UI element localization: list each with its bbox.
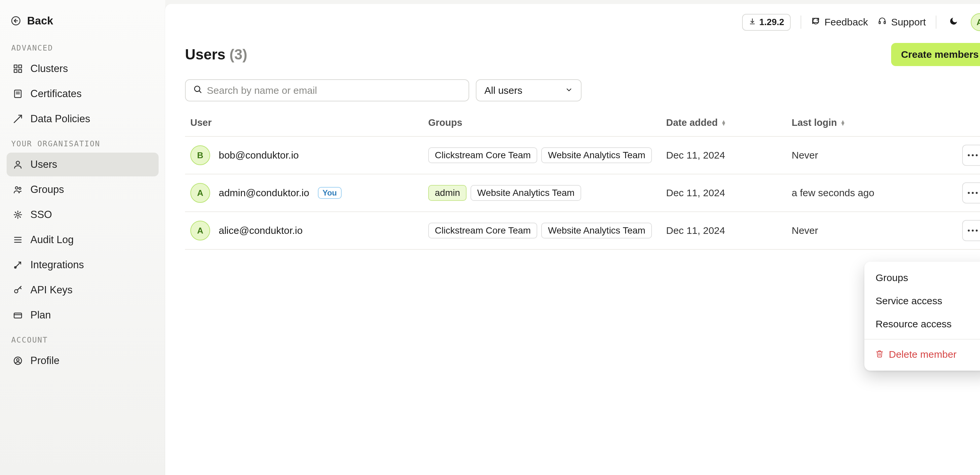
sidebar-item-datapolicies[interactable]: Data Policies [6, 107, 159, 131]
menu-item-groups[interactable]: Groups [864, 266, 980, 289]
sidebar-item-integrations[interactable]: Integrations [6, 253, 159, 277]
svg-rect-18 [14, 313, 22, 318]
svg-rect-24 [884, 21, 885, 24]
user-email: alice@conduktor.io [219, 225, 303, 236]
avatar-initial: A [197, 188, 204, 198]
col-user: User [190, 117, 428, 128]
back-button[interactable]: Back [6, 12, 159, 35]
col-actions [943, 117, 980, 128]
page-user-count: (3) [230, 46, 248, 62]
menu-separator [864, 339, 980, 340]
dots-icon [968, 154, 970, 156]
data-policies-icon [13, 114, 23, 124]
trash-icon [876, 349, 883, 360]
user-icon [13, 159, 23, 170]
back-arrow-icon [11, 16, 21, 26]
svg-rect-5 [19, 70, 22, 73]
col-date-added[interactable]: Date added ▲▼ [666, 117, 792, 128]
section-label-account: ACCOUNT [6, 328, 159, 348]
svg-rect-3 [19, 65, 22, 68]
menu-item-delete-member[interactable]: Delete member [864, 343, 980, 366]
page-title-text: Users [185, 46, 225, 62]
sidebar-item-label: Groups [30, 184, 64, 195]
sidebar-item-groups[interactable]: Groups [6, 178, 159, 202]
sidebar-item-auditlog[interactable]: Audit Log [6, 228, 159, 252]
table-row: A admin@conduktor.io You admin Website A… [185, 175, 980, 212]
col-last-login[interactable]: Last login ▲▼ [792, 117, 943, 128]
svg-line-26 [199, 91, 201, 92]
search-input-wrap[interactable] [185, 79, 469, 102]
you-badge: You [318, 187, 342, 199]
user-cell: A alice@conduktor.io [190, 221, 428, 240]
sidebar-item-users[interactable]: Users [6, 153, 159, 176]
clusters-icon [13, 64, 23, 74]
support-link[interactable]: Support [878, 16, 926, 28]
version-button[interactable]: 1.29.2 [742, 14, 791, 31]
support-label: Support [891, 16, 926, 28]
row-actions-button[interactable] [962, 182, 980, 203]
svg-rect-2 [14, 65, 17, 68]
svg-rect-23 [879, 21, 880, 24]
page-header: Users (3) Create members [165, 35, 980, 79]
sidebar-item-certificates[interactable]: Certificates [6, 82, 159, 106]
sidebar-item-profile[interactable]: Profile [6, 349, 159, 373]
last-login-cell: Never [792, 149, 943, 161]
avatar-initial: A [197, 226, 204, 236]
menu-item-service-access[interactable]: Service access [864, 289, 980, 313]
sidebar-item-label: Profile [30, 355, 59, 367]
download-icon [749, 17, 756, 27]
user-filter-select[interactable]: All users [476, 79, 582, 102]
plan-icon [13, 310, 23, 321]
sort-icon: ▲▼ [721, 120, 726, 126]
sidebar-item-apikeys[interactable]: API Keys [6, 278, 159, 302]
row-context-menu: Groups Service access Resource access De… [864, 262, 980, 371]
sidebar-item-label: Plan [30, 309, 51, 321]
group-tag: Website Analytics Team [471, 185, 581, 201]
group-tag: Website Analytics Team [541, 147, 652, 163]
sidebar-item-label: Audit Log [30, 234, 74, 246]
apikeys-icon [13, 285, 23, 295]
avatar-initial: B [197, 150, 204, 160]
search-icon [193, 84, 202, 96]
dots-icon [968, 192, 970, 194]
feedback-link[interactable]: Feedback [811, 16, 868, 28]
users-table: User Groups Date added ▲▼ Last login ▲▼ … [165, 111, 980, 250]
create-members-button[interactable]: Create members [891, 43, 980, 66]
sidebar-item-sso[interactable]: SSO [6, 203, 159, 227]
sidebar-item-label: Data Policies [30, 113, 90, 125]
chevron-down-icon [565, 85, 573, 96]
moon-icon [949, 16, 958, 28]
group-tag: Clickstream Core Team [428, 147, 537, 163]
user-cell: B bob@conduktor.io [190, 145, 428, 165]
sidebar-item-plan[interactable]: Plan [6, 303, 159, 327]
select-value: All users [484, 85, 522, 96]
group-tag: Clickstream Core Team [428, 222, 537, 238]
theme-toggle[interactable] [946, 15, 961, 29]
sso-icon [13, 210, 23, 220]
main-panel: 1.29.2 Feedback Support A Users [165, 4, 980, 475]
topbar: 1.29.2 Feedback Support A [165, 4, 980, 35]
profile-icon [13, 356, 23, 366]
sort-icon: ▲▼ [840, 120, 846, 126]
feedback-label: Feedback [824, 16, 868, 28]
page-title: Users (3) [185, 46, 247, 63]
support-icon [878, 16, 886, 28]
version-text: 1.29.2 [759, 17, 784, 27]
sidebar-item-label: Clusters [30, 63, 68, 75]
topbar-avatar[interactable]: A [971, 13, 980, 31]
sidebar: Back ADVANCED Clusters Certificates Data… [0, 0, 165, 475]
search-input[interactable] [207, 85, 461, 96]
sidebar-item-clusters[interactable]: Clusters [6, 57, 159, 81]
feedback-icon [811, 16, 820, 28]
row-actions-button[interactable] [962, 220, 980, 241]
row-actions-button[interactable] [962, 145, 980, 166]
svg-point-10 [16, 187, 18, 189]
date-added-cell: Dec 11, 2024 [666, 225, 792, 236]
svg-rect-4 [14, 70, 17, 73]
integrations-icon [13, 260, 23, 270]
sidebar-item-label: Certificates [30, 88, 82, 100]
last-login-cell: Never [792, 225, 943, 236]
menu-item-resource-access[interactable]: Resource access [864, 313, 980, 335]
groups-cell: admin Website Analytics Team [428, 185, 666, 201]
user-cell: A admin@conduktor.io You [190, 183, 428, 203]
